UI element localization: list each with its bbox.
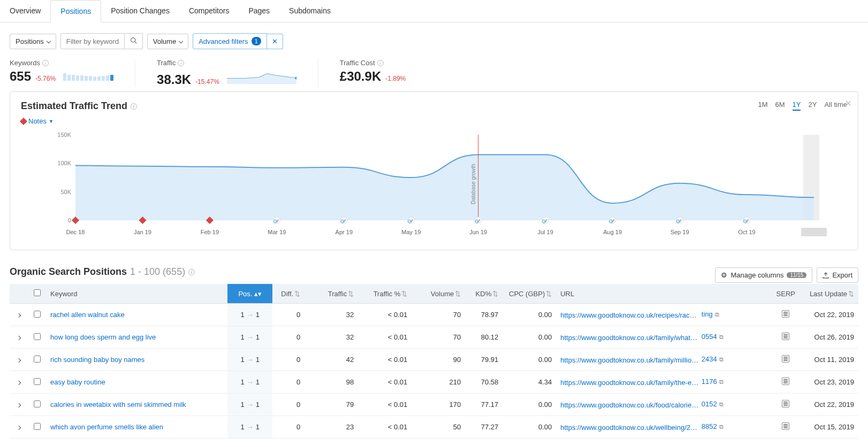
- external-link-icon[interactable]: ⧉: [719, 334, 724, 340]
- external-link-icon[interactable]: ⧉: [719, 423, 724, 430]
- keyword-link[interactable]: how long does sperm and egg live: [50, 333, 156, 341]
- table-row: calories in weetabix with semi skimmed m…: [10, 394, 858, 416]
- col-traffic-pct[interactable]: Traffic %⇅: [358, 284, 412, 304]
- columns-count-badge: 11/15: [787, 272, 806, 278]
- tab-competitors[interactable]: Competitors: [179, 0, 239, 22]
- expand-row-icon[interactable]: [17, 381, 21, 385]
- svg-text:Jan 19: Jan 19: [134, 229, 151, 235]
- metric-traffic-cost: Traffic Costi £30.9K -1.89%: [340, 59, 427, 87]
- select-all-checkbox[interactable]: [34, 289, 41, 296]
- info-icon[interactable]: i: [42, 60, 49, 66]
- col-serp[interactable]: SERP: [772, 284, 800, 304]
- serp-icon[interactable]: [782, 400, 789, 407]
- info-icon[interactable]: i: [178, 60, 184, 66]
- expand-row-icon[interactable]: [17, 426, 21, 430]
- tab-position-changes[interactable]: Position Changes: [101, 0, 179, 22]
- row-checkbox[interactable]: [34, 311, 41, 318]
- row-checkbox[interactable]: [34, 378, 41, 385]
- svg-text:Aug 19: Aug 19: [603, 229, 622, 235]
- svg-text:Database growth: Database growth: [470, 164, 476, 204]
- expand-row-icon[interactable]: [17, 336, 21, 340]
- serp-icon[interactable]: [782, 355, 789, 363]
- tab-pages[interactable]: Pages: [239, 0, 279, 22]
- serp-icon[interactable]: [782, 422, 789, 430]
- keyword-filter-input[interactable]: [60, 33, 125, 49]
- tab-positions[interactable]: Positions: [50, 0, 101, 22]
- col-pos[interactable]: Pos. ▴▾: [227, 284, 272, 304]
- info-icon[interactable]: i: [131, 103, 137, 110]
- col-kd[interactable]: KD%⇅: [465, 284, 502, 304]
- keyword-link[interactable]: rachel allen walnut cake: [50, 311, 125, 319]
- table-row: rich sounding baby boy names 1→1 0 42 < …: [10, 349, 858, 371]
- table-section-title: Organic Search Positions 1 - 100 (655) i: [10, 266, 195, 278]
- table-header-row: Keyword Pos. ▴▾ Diff.⇅ Traffic⇅ Traffic …: [10, 284, 858, 304]
- col-diff[interactable]: Diff.⇅: [272, 284, 304, 304]
- advanced-filters-button[interactable]: Advanced filters 1: [193, 33, 267, 49]
- position-cell: 1→1: [227, 304, 272, 326]
- external-link-icon[interactable]: ⧉: [719, 356, 724, 363]
- svg-rect-41: [801, 228, 827, 236]
- tab-subdomains[interactable]: Subdomains: [279, 0, 340, 22]
- row-checkbox[interactable]: [34, 356, 41, 363]
- url-link[interactable]: https://www.goodtoknow.co.uk/wellbeing/2…: [560, 423, 699, 431]
- notes-toggle[interactable]: Notes ▼: [21, 117, 137, 125]
- traffic-trend-chart[interactable]: 050K100K150KDatabase growthDec 18Jan 19F…: [21, 129, 847, 242]
- svg-text:Sep 19: Sep 19: [671, 229, 689, 235]
- volume-dropdown[interactable]: Volume: [147, 34, 188, 49]
- expand-row-icon[interactable]: [17, 313, 21, 318]
- info-icon[interactable]: i: [188, 269, 195, 275]
- range-1y[interactable]: 1Y: [793, 101, 801, 111]
- clear-advanced-filters-button[interactable]: ✕: [267, 34, 283, 49]
- keyword-link[interactable]: which avon perfume smells like alien: [50, 423, 163, 431]
- external-link-icon[interactable]: ⧉: [719, 379, 724, 385]
- url-link[interactable]: https://www.goodtoknow.co.uk/family/the-…: [560, 379, 699, 387]
- range-6m[interactable]: 6M: [775, 101, 785, 111]
- col-cpc[interactable]: CPC (GBP)⇅: [502, 284, 556, 304]
- range-all-time[interactable]: All time: [824, 101, 847, 111]
- keyword-link[interactable]: rich sounding baby boy names: [50, 356, 144, 364]
- keyword-link[interactable]: calories in weetabix with semi skimmed m…: [50, 400, 186, 409]
- row-checkbox[interactable]: [34, 333, 41, 340]
- metric-traffic: Traffici 38.3K -15.47%: [157, 59, 318, 87]
- expand-row-icon[interactable]: [17, 403, 21, 407]
- positions-table: Keyword Pos. ▴▾ Diff.⇅ Traffic⇅ Traffic …: [10, 284, 858, 438]
- col-traffic[interactable]: Traffic⇅: [304, 284, 358, 304]
- row-checkbox[interactable]: [34, 400, 41, 407]
- col-updated[interactable]: Last Update⇅: [800, 284, 858, 304]
- serp-icon[interactable]: [782, 310, 789, 318]
- url-link[interactable]: https://www.goodtoknow.co.uk/family/what…: [560, 334, 699, 342]
- traffic-cost-delta: -1.89%: [385, 75, 406, 82]
- manage-columns-button[interactable]: ⚙ Manage columns 11/15: [715, 267, 812, 283]
- svg-text:May 19: May 19: [401, 229, 421, 235]
- row-checkbox[interactable]: [34, 423, 41, 430]
- search-button[interactable]: [125, 33, 143, 49]
- svg-text:Apr 19: Apr 19: [336, 229, 353, 235]
- col-url[interactable]: URL: [556, 284, 772, 304]
- info-icon[interactable]: i: [377, 60, 384, 66]
- col-volume[interactable]: Volume⇅: [412, 284, 465, 304]
- range-1m[interactable]: 1M: [758, 101, 767, 111]
- keyword-link[interactable]: easy baby routine: [50, 378, 105, 386]
- table-row: how long does sperm and egg live 1→1 0 3…: [10, 326, 858, 349]
- svg-text:0: 0: [68, 217, 71, 224]
- search-icon: [130, 37, 137, 44]
- url-link[interactable]: https://www.goodtoknow.co.uk/recipes/rac…: [560, 311, 699, 319]
- external-link-icon[interactable]: ⧉: [719, 401, 724, 407]
- serp-icon[interactable]: [782, 377, 789, 385]
- positions-dropdown[interactable]: Positions: [10, 34, 56, 49]
- url-link[interactable]: https://www.goodtoknow.co.uk/family/mill…: [560, 356, 699, 364]
- traffic-sparkline: [227, 69, 296, 84]
- url-link[interactable]: https://www.goodtoknow.co.uk/food/calori…: [560, 401, 699, 409]
- expand-row-icon[interactable]: [17, 358, 21, 363]
- keywords-delta: -5.76%: [35, 75, 56, 82]
- traffic-cost-value: £30.9K: [340, 69, 381, 84]
- svg-text:100K: 100K: [57, 160, 71, 166]
- export-button[interactable]: Export: [817, 267, 858, 283]
- keywords-sparkline: [63, 72, 113, 81]
- external-link-icon[interactable]: ⧉: [715, 311, 719, 318]
- col-keyword[interactable]: Keyword: [46, 284, 227, 304]
- close-chart-button[interactable]: ×: [845, 97, 851, 110]
- range-2y[interactable]: 2Y: [808, 101, 817, 111]
- serp-icon[interactable]: [782, 333, 789, 340]
- tab-overview[interactable]: Overview: [0, 0, 50, 22]
